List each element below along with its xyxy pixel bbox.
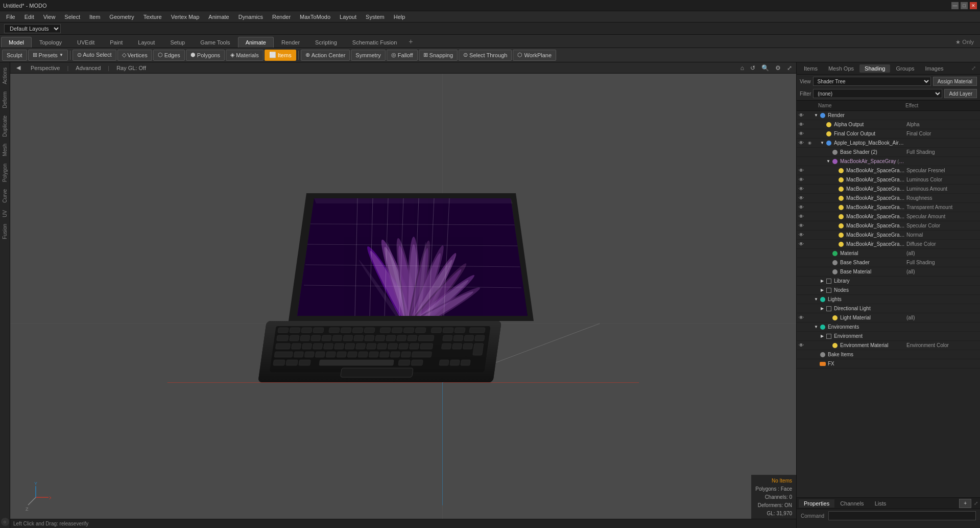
eye-toggle[interactable]: 👁 <box>797 231 806 240</box>
items-button[interactable]: ⬜ Items <box>265 50 296 61</box>
render-toggle[interactable] <box>806 222 813 229</box>
rpanel-tab-images[interactable]: Images <box>920 64 949 73</box>
sidebar-item-fusion[interactable]: Fusion <box>1 221 9 242</box>
tree-row[interactable]: ▼ MacBookAir_SpaceGray (Material) <box>797 157 980 166</box>
tree-row[interactable]: 👁 Light Material (all) <box>797 313 980 323</box>
tree-expand-arrow[interactable]: ▼ <box>825 158 831 165</box>
eye-toggle[interactable]: 👁 <box>797 221 806 231</box>
eye-toggle[interactable] <box>797 350 806 359</box>
eye-toggle[interactable]: 👁 <box>797 185 806 194</box>
render-toggle[interactable]: ◉ <box>806 140 813 147</box>
tab-uvedit[interactable]: UVEdit <box>69 37 102 48</box>
render-toggle[interactable] <box>806 296 813 303</box>
tree-expand-arrow[interactable]: ▶ <box>819 333 825 339</box>
eye-toggle[interactable] <box>797 304 806 313</box>
tab-only-button[interactable]: ★ Only <box>950 37 979 48</box>
eye-toggle[interactable] <box>797 249 806 258</box>
tree-row[interactable]: ▶ Environment <box>797 332 980 341</box>
render-toggle[interactable] <box>806 204 813 211</box>
tree-row[interactable]: ▼ Lights <box>797 295 980 304</box>
tree-expand-arrow[interactable]: ▼ <box>819 140 825 146</box>
render-toggle[interactable] <box>806 360 813 368</box>
eye-toggle[interactable]: 👁 <box>797 240 806 249</box>
close-button[interactable]: ✕ <box>970 2 977 9</box>
shader-view-select[interactable]: Shader Tree <box>813 77 931 86</box>
tree-row[interactable]: 👁 Alpha Output Alpha <box>797 120 980 129</box>
render-toggle[interactable] <box>806 259 813 266</box>
menu-maxtomodo[interactable]: MaxToModo <box>296 13 334 21</box>
render-toggle[interactable] <box>806 314 813 322</box>
tab-schematic[interactable]: Schematic Fusion <box>345 37 404 48</box>
sidebar-bottom-icon[interactable]: ○ <box>1 518 9 526</box>
render-toggle[interactable] <box>806 351 813 358</box>
render-toggle[interactable] <box>806 149 813 156</box>
tree-row[interactable]: 👁 Final Color Output Final Color <box>797 129 980 139</box>
render-toggle[interactable] <box>806 241 813 248</box>
tree-row[interactable]: 👁 MacBookAir_SpaceGray_bump [Image] Norm… <box>797 231 980 240</box>
menu-vertexmap[interactable]: Vertex Map <box>167 13 204 21</box>
tree-row[interactable]: ▶ Nodes <box>797 286 980 295</box>
tree-row[interactable]: Base Material (all) <box>797 267 980 277</box>
rpanel-tab-shading[interactable]: Shading <box>859 64 890 73</box>
render-toggle[interactable] <box>806 287 813 294</box>
sidebar-item-curve[interactable]: Curve <box>1 186 9 206</box>
brp-tab-properties[interactable]: Properties <box>799 499 834 508</box>
vp-perspective[interactable]: Perspective <box>28 64 63 72</box>
tree-row[interactable]: 👁 MacBookAir_SpaceGray_Reflection ( Spec… <box>797 212 980 221</box>
vp-home-btn[interactable]: ⌂ <box>739 63 745 73</box>
render-toggle[interactable] <box>806 305 813 312</box>
tree-row[interactable]: 👁 MacBookAir_SpaceGray_Reflection ( Spec… <box>797 221 980 231</box>
vp-nav-left[interactable]: ◀ <box>13 64 23 72</box>
minimize-button[interactable]: — <box>951 2 959 9</box>
render-toggle[interactable] <box>806 167 813 174</box>
tab-setup[interactable]: Setup <box>162 37 193 48</box>
eye-toggle[interactable]: 👁 <box>797 194 806 203</box>
render-toggle[interactable] <box>806 250 813 257</box>
eye-toggle[interactable] <box>797 157 806 166</box>
tree-row[interactable]: 👁 ◉ ▼ Apple_Laptop_MacBook_Air_15_Space_… <box>797 139 980 148</box>
tree-row[interactable]: ▼ Environments <box>797 323 980 332</box>
rpanel-tab-meshops[interactable]: Mesh Ops <box>823 64 859 73</box>
vp-search-btn[interactable]: 🔍 <box>760 63 770 73</box>
edges-button[interactable]: ⬡ Edges <box>153 50 185 61</box>
render-toggle[interactable] <box>806 158 813 165</box>
sidebar-item-polygon[interactable]: Polygon <box>1 160 9 185</box>
eye-toggle[interactable]: 👁 <box>797 175 806 185</box>
viewport[interactable]: ◀ Perspective | Advanced | Ray GL: Off ⌂… <box>10 62 796 528</box>
menu-render[interactable]: Render <box>268 13 295 21</box>
eye-toggle[interactable] <box>797 277 806 286</box>
eye-toggle[interactable] <box>797 295 806 304</box>
workplane-button[interactable]: ⬡ WorkPlane <box>513 50 556 61</box>
tab-gametools[interactable]: Game Tools <box>193 37 238 48</box>
render-toggle[interactable] <box>806 324 813 331</box>
vp-expand-btn[interactable]: ⤢ <box>786 63 793 73</box>
render-toggle[interactable] <box>806 342 813 349</box>
eye-toggle[interactable]: 👁 <box>797 313 806 323</box>
viewport-canvas[interactable]: X Y Z No Items Polygons : Face Channels:… <box>10 74 796 528</box>
render-toggle[interactable] <box>806 232 813 239</box>
layout-selector[interactable]: Default Layouts <box>4 24 61 33</box>
tree-expand-arrow[interactable]: ▶ <box>819 287 825 293</box>
rpanel-tab-groups[interactable]: Groups <box>891 64 919 73</box>
shader-tree[interactable]: 👁 ▼ Render 👁 Alpha Output Alpha <box>797 111 980 497</box>
tree-expand-arrow[interactable]: ▶ <box>819 278 825 284</box>
vp-raygl[interactable]: Ray GL: Off <box>113 64 149 72</box>
polygons-button[interactable]: ⬢ Polygons <box>186 50 225 61</box>
menu-help[interactable]: Help <box>390 13 410 21</box>
render-toggle[interactable] <box>806 176 813 183</box>
rpanel-tab-items[interactable]: Items <box>799 64 823 73</box>
tab-paint[interactable]: Paint <box>102 37 130 48</box>
tree-row[interactable]: 👁 MacBookAir_SpaceGray_Refraction ( Tran… <box>797 203 980 212</box>
render-toggle[interactable] <box>806 112 813 119</box>
tree-row[interactable]: 👁 MacBookAir_SpaceGray_Self-Illum ... Lu… <box>797 185 980 194</box>
eye-toggle[interactable] <box>797 267 806 277</box>
tree-row[interactable]: 👁 MacBookAir_SpaceGray_Self-Illum ... Lu… <box>797 175 980 185</box>
shader-filter-select[interactable]: (none) <box>813 89 942 98</box>
vertices-button[interactable]: ◇ Vertices <box>117 50 152 61</box>
tab-scripting[interactable]: Scripting <box>307 37 345 48</box>
brp-tab-channels[interactable]: Channels <box>835 499 869 508</box>
vp-maximize-btn[interactable]: ↺ <box>749 63 756 73</box>
eye-toggle[interactable] <box>797 359 806 369</box>
menu-file[interactable]: File <box>2 13 19 21</box>
render-toggle[interactable] <box>806 186 813 193</box>
